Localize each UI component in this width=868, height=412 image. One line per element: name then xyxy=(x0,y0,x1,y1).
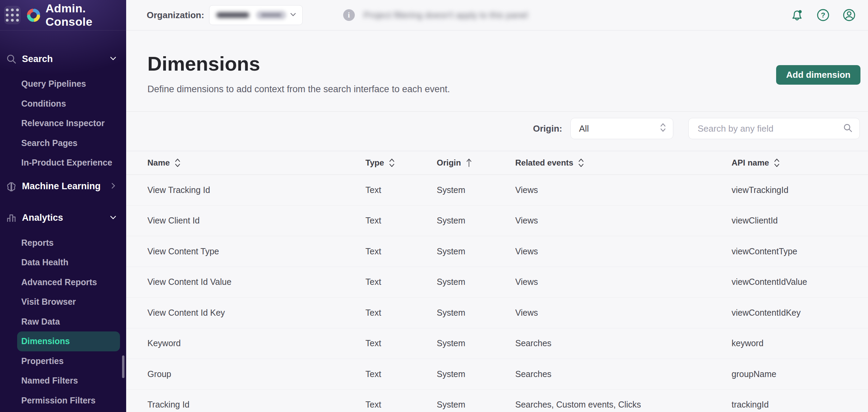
sidebar-item-properties[interactable]: Properties xyxy=(17,351,120,371)
cell-origin: System xyxy=(437,308,515,318)
brain-icon xyxy=(5,181,18,192)
sidebar-section-label: Machine Learning xyxy=(22,181,109,192)
sidebar-scrollbar-thumb[interactable] xyxy=(122,355,124,378)
sidebar-header: Admin. Console xyxy=(0,0,126,31)
sidebar-item-conditions[interactable]: Conditions xyxy=(17,94,120,114)
notifications-bell-icon[interactable] xyxy=(790,8,804,22)
sidebar-nav: Search Query Pipelines Conditions Releva… xyxy=(0,31,126,410)
project-filter-note-blurred: Project filtering doesn't apply to this … xyxy=(364,10,528,21)
add-dimension-button[interactable]: Add dimension xyxy=(776,65,860,85)
filter-row: Origin: All xyxy=(533,118,860,139)
chevron-right-icon xyxy=(109,182,117,191)
sidebar-item-label: Data Health xyxy=(21,257,69,267)
sidebar-item-relevance-inspector[interactable]: Relevance Inspector xyxy=(17,113,120,133)
cell-type: Text xyxy=(365,216,437,226)
table-row[interactable]: View Client Id Text System Views viewCli… xyxy=(126,206,868,237)
sidebar-item-in-product-experience[interactable]: In-Product Experience xyxy=(17,153,120,173)
cell-api-name: trackingId xyxy=(732,400,868,410)
sidebar-item-permission-filters[interactable]: Permission Filters xyxy=(17,391,120,411)
dimensions-table: Name Type Origin Related events API name xyxy=(126,151,868,412)
column-label: Type xyxy=(365,158,384,168)
sidebar-item-query-pipelines[interactable]: Query Pipelines xyxy=(17,74,120,94)
column-label: API name xyxy=(732,158,769,168)
cell-origin: System xyxy=(437,246,515,256)
column-header-origin[interactable]: Origin xyxy=(437,158,515,168)
sort-asc-icon xyxy=(466,158,472,168)
sidebar-section-analytics[interactable]: Analytics xyxy=(0,207,126,229)
svg-text:?: ? xyxy=(821,11,825,19)
cell-name: View Content Id Key xyxy=(147,308,365,318)
table-row[interactable]: Tracking Id Text System Searches, Custom… xyxy=(126,390,868,412)
cell-type: Text xyxy=(365,277,437,287)
origin-filter-label: Origin: xyxy=(533,123,562,134)
chevron-down-icon xyxy=(109,213,117,223)
table-row[interactable]: View Content Type Text System Views view… xyxy=(126,236,868,267)
help-icon[interactable]: ? xyxy=(816,8,830,22)
table-row[interactable]: View Content Id Value Text System Views … xyxy=(126,267,868,298)
sidebar-item-reports[interactable]: Reports xyxy=(17,233,120,253)
table-row[interactable]: Group Text System Searches groupName xyxy=(126,359,868,390)
column-header-name[interactable]: Name xyxy=(147,158,365,168)
cell-api-name: viewContentIdKey xyxy=(732,308,868,318)
sort-icon xyxy=(389,158,395,168)
cell-api-name: groupName xyxy=(732,369,868,379)
sidebar-item-label: Dimensions xyxy=(21,336,70,346)
sidebar-item-search-pages[interactable]: Search Pages xyxy=(17,133,120,153)
cell-api-name: viewContentIdValue xyxy=(732,277,868,287)
sidebar-item-dimensions-active[interactable]: Dimensions xyxy=(17,331,120,351)
select-chevrons-icon xyxy=(660,122,666,135)
sidebar-section-machine-learning[interactable]: Machine Learning xyxy=(0,175,126,197)
cell-related-events: Views xyxy=(515,216,732,226)
organization-name-blurred xyxy=(216,12,249,18)
sidebar-item-label: Named Filters xyxy=(21,376,78,386)
cell-origin: System xyxy=(437,216,515,226)
sidebar: Admin. Console Search Query Pipelines Co… xyxy=(0,0,126,412)
sidebar-section-search[interactable]: Search xyxy=(0,48,126,70)
account-icon[interactable] xyxy=(842,8,856,22)
page-title: Dimensions xyxy=(147,54,450,74)
cell-name: View Tracking Id xyxy=(147,185,365,195)
sidebar-item-label: Query Pipelines xyxy=(21,79,86,89)
sidebar-item-label: Reports xyxy=(21,238,53,248)
main-area: Organization: i Project filtering doesn'… xyxy=(126,0,868,412)
column-header-related-events[interactable]: Related events xyxy=(515,158,732,168)
organization-env-badge-blurred xyxy=(256,11,286,20)
column-label: Name xyxy=(147,158,170,168)
cell-api-name: viewContentType xyxy=(732,246,868,256)
organization-select[interactable] xyxy=(209,5,303,25)
page-content: Dimensions Define dimensions to add cont… xyxy=(126,31,868,412)
sidebar-item-advanced-reports[interactable]: Advanced Reports xyxy=(17,272,120,292)
sidebar-item-data-health[interactable]: Data Health xyxy=(17,253,120,272)
chevron-down-icon xyxy=(289,11,297,20)
cell-related-events: Searches xyxy=(515,338,732,348)
cell-related-events: Views xyxy=(515,277,732,287)
table-row[interactable]: Keyword Text System Searches keyword xyxy=(126,328,868,359)
cell-api-name: viewClientId xyxy=(732,216,868,226)
sidebar-item-label: In-Product Experience xyxy=(21,158,112,168)
organization-label: Organization: xyxy=(147,10,204,21)
app-launcher-button[interactable] xyxy=(4,6,21,24)
column-header-type[interactable]: Type xyxy=(365,158,437,168)
search-icon xyxy=(5,53,18,64)
column-header-api-name[interactable]: API name xyxy=(732,158,868,168)
chevron-down-icon xyxy=(109,54,117,64)
bar-chart-icon xyxy=(5,213,18,223)
sidebar-item-label: Raw Data xyxy=(21,317,60,327)
table-row[interactable]: View Tracking Id Text System Views viewT… xyxy=(126,175,868,206)
origin-filter-select[interactable]: All xyxy=(570,118,673,139)
cell-type: Text xyxy=(365,338,437,348)
search-input[interactable] xyxy=(697,123,843,134)
sort-icon xyxy=(578,158,584,168)
cell-related-events: Views xyxy=(515,185,732,195)
cell-name: View Content Type xyxy=(147,246,365,256)
page-subtitle: Define dimensions to add context from th… xyxy=(147,84,450,95)
sidebar-item-raw-data[interactable]: Raw Data xyxy=(17,312,120,332)
sidebar-item-label: Relevance Inspector xyxy=(21,118,105,128)
table-row[interactable]: View Content Id Key Text System Views vi… xyxy=(126,298,868,328)
sidebar-item-visit-browser[interactable]: Visit Browser xyxy=(17,292,120,312)
cell-related-events: Views xyxy=(515,246,732,256)
cell-name: Group xyxy=(147,369,365,379)
info-icon[interactable]: i xyxy=(343,9,355,21)
sidebar-item-named-filters[interactable]: Named Filters xyxy=(17,371,120,391)
sidebar-item-label: Advanced Reports xyxy=(21,277,97,287)
